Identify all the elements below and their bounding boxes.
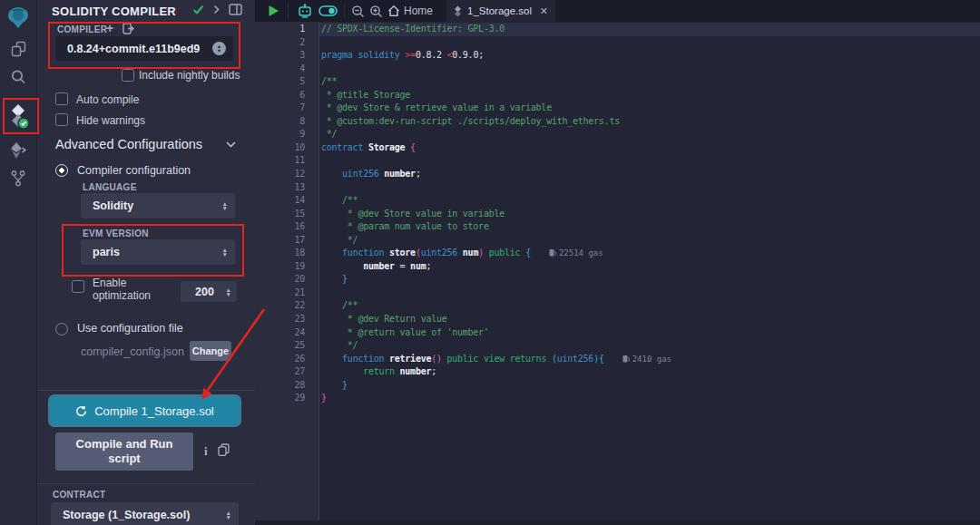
code-line[interactable]: * @dev Store value in variable — [321, 208, 980, 221]
line-number[interactable]: 19 — [255, 260, 305, 274]
line-number[interactable]: 14 — [255, 194, 305, 208]
chevron-down-icon[interactable] — [226, 141, 236, 148]
code-line[interactable] — [321, 36, 980, 50]
code-area[interactable]: // SPDX-License-Identifier: GPL-3.0pragm… — [318, 22, 980, 525]
code-line[interactable]: /** — [321, 194, 980, 208]
line-number[interactable]: 18 — [255, 247, 305, 260]
code-line[interactable]: /** — [321, 299, 980, 313]
line-number[interactable]: 8 — [255, 115, 305, 129]
line-number[interactable]: 4 — [255, 63, 305, 76]
line-number[interactable]: 10 — [255, 141, 305, 155]
compile-and-run-button[interactable]: Compile and Run script — [55, 433, 193, 471]
line-number[interactable]: 27 — [255, 365, 305, 379]
line-number[interactable]: 21 — [255, 287, 305, 300]
compile-button[interactable]: Compile 1_Storage.sol — [51, 397, 239, 424]
compiler-version-select[interactable]: 0.8.24+commit.e11b9ed9 ▲▼ — [55, 36, 233, 61]
home-tab-label[interactable]: Home — [404, 5, 433, 17]
code-line[interactable]: function store(uint256 num) public {2251… — [321, 247, 980, 260]
line-number[interactable]: 5 — [255, 75, 305, 89]
code-line[interactable] — [321, 287, 980, 300]
code-line[interactable]: pragma solidity >=0.8.2 <0.9.0; — [321, 49, 980, 63]
close-tab-icon[interactable]: ✕ — [540, 5, 548, 17]
code-line[interactable]: function retrieve() public view returns … — [321, 353, 980, 366]
line-number[interactable]: 1 — [255, 23, 305, 36]
code-line[interactable]: // SPDX-License-Identifier: GPL-3.0 — [321, 23, 980, 36]
code-line[interactable]: */ — [321, 234, 980, 248]
code-line[interactable]: uint256 number; — [321, 168, 980, 181]
line-number[interactable]: 2 — [255, 36, 305, 50]
code-editor[interactable]: 1234567891011121314151617181920212223242… — [255, 22, 980, 525]
code-line[interactable]: number = num; — [321, 260, 980, 274]
line-number[interactable]: 15 — [255, 208, 305, 221]
copy-icon[interactable] — [218, 443, 230, 456]
code-line[interactable]: contract Storage { — [321, 141, 980, 155]
evm-version-select[interactable]: paris ▲▼ — [81, 239, 235, 265]
optimization-runs-input[interactable]: 200 ▲▼ — [181, 281, 237, 302]
split-panel-icon[interactable] — [229, 4, 242, 15]
file-explorer-icon[interactable] — [0, 40, 36, 58]
info-icon[interactable]: i — [204, 444, 208, 459]
run-script-play-icon[interactable] — [268, 5, 279, 17]
change-config-button[interactable]: Change — [190, 341, 231, 361]
line-number[interactable]: 25 — [255, 339, 305, 353]
zoom-out-icon[interactable] — [351, 5, 365, 18]
contract-select[interactable]: Storage (1_Storage.sol) ▲▼ — [51, 502, 239, 525]
line-number[interactable]: 29 — [255, 392, 305, 405]
code-line[interactable]: return number; — [321, 365, 980, 379]
code-line[interactable]: */ — [321, 339, 980, 353]
line-number[interactable]: 22 — [255, 299, 305, 313]
code-line[interactable]: } — [321, 392, 980, 405]
ai-toggle-icon[interactable] — [318, 5, 338, 16]
language-select[interactable]: Solidity ▲▼ — [81, 193, 235, 219]
code-line[interactable] — [321, 63, 980, 76]
search-icon[interactable] — [0, 67, 36, 87]
code-line[interactable] — [321, 154, 980, 168]
code-line[interactable]: */ — [321, 128, 980, 141]
code-line[interactable]: } — [321, 273, 980, 287]
remix-ai-robot-icon[interactable] — [297, 4, 313, 18]
add-compiler-icon[interactable]: + — [106, 21, 113, 35]
line-number[interactable]: 24 — [255, 326, 305, 340]
code-line[interactable]: * @custom:dev-run-script ./scripts/deplo… — [321, 115, 980, 129]
line-number[interactable]: 11 — [255, 154, 305, 168]
code-line[interactable]: * @dev Store & retrieve value in a varia… — [321, 102, 980, 115]
code-line[interactable]: } — [321, 379, 980, 393]
compiler-section-label: COMPILER — [57, 24, 107, 34]
line-number[interactable]: 13 — [255, 181, 305, 195]
deploy-run-icon[interactable] — [0, 141, 36, 160]
include-nightly-checkbox[interactable] — [122, 69, 134, 82]
line-number[interactable]: 20 — [255, 273, 305, 287]
code-line[interactable]: * @title Storage — [321, 89, 980, 102]
line-number[interactable]: 12 — [255, 168, 305, 181]
tab-1-storage-sol[interactable]: 1_Storage.sol ✕ — [446, 0, 555, 22]
line-number[interactable]: 17 — [255, 234, 305, 248]
line-number[interactable]: 23 — [255, 313, 305, 326]
version-stepper-icon[interactable]: ▲▼ — [212, 42, 226, 55]
open-file-icon[interactable] — [122, 23, 134, 34]
line-number[interactable]: 26 — [255, 353, 305, 366]
line-number[interactable]: 28 — [255, 379, 305, 393]
line-number[interactable]: 6 — [255, 89, 305, 102]
solidity-compiler-icon[interactable] — [0, 102, 36, 131]
code-line[interactable] — [321, 181, 980, 195]
code-line[interactable]: * @return value of 'number' — [321, 326, 980, 340]
code-line[interactable]: * @param num value to store — [321, 220, 980, 234]
zoom-in-icon[interactable] — [369, 5, 383, 18]
enable-optimization-checkbox[interactable] — [72, 280, 84, 293]
auto-compile-checkbox[interactable] — [55, 92, 68, 105]
code-line[interactable]: /** — [321, 75, 980, 89]
remix-logo[interactable] — [0, 5, 36, 30]
include-nightly-label: Include nightly builds — [139, 69, 240, 82]
hide-warnings-checkbox[interactable] — [55, 113, 68, 126]
chevron-right-icon[interactable] — [213, 5, 220, 15]
line-number[interactable]: 16 — [255, 220, 305, 234]
home-icon[interactable] — [387, 5, 400, 17]
line-number[interactable]: 7 — [255, 102, 305, 115]
code-line[interactable]: * @dev Return value — [321, 313, 980, 326]
git-icon[interactable] — [0, 169, 36, 189]
line-number[interactable]: 3 — [255, 49, 305, 63]
compiler-configuration-radio[interactable] — [55, 164, 68, 177]
advanced-configurations-header[interactable]: Advanced Configurations — [55, 137, 202, 151]
use-configuration-file-radio[interactable] — [55, 323, 68, 335]
line-number[interactable]: 9 — [255, 128, 305, 141]
